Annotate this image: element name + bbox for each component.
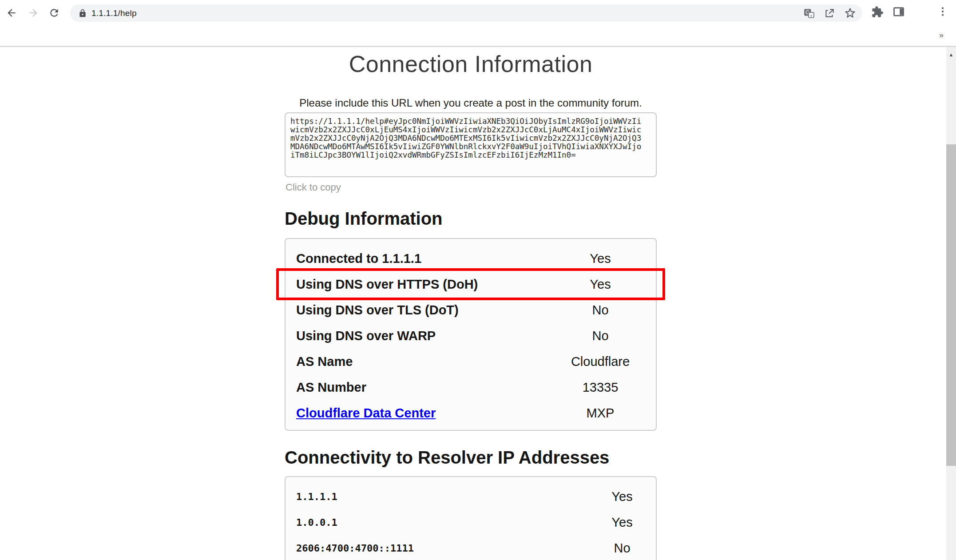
puzzle-icon (871, 6, 884, 18)
row-label: 1.0.0.1 (296, 517, 588, 528)
row-label: 2606:4700:4700::1111 (296, 543, 588, 554)
row-value: No (545, 329, 656, 343)
row-label: Connected to 1.1.1.1 (296, 251, 545, 266)
row-label: AS Number (296, 380, 545, 395)
table-row: AS Number13335 (286, 374, 656, 400)
row-value: Cloudflare (545, 354, 656, 369)
page-title: Connection Information (285, 51, 657, 77)
row-value: Yes (545, 277, 656, 292)
row-value: MXP (545, 406, 656, 421)
menu-button[interactable] (937, 6, 948, 17)
side-panel-icon (893, 6, 905, 18)
row-label: AS Name (296, 354, 545, 369)
share-url-box[interactable]: https://1.1.1.1/help#eyJpc0NmIjoiWWVzIiw… (285, 112, 657, 177)
back-button[interactable] (4, 6, 19, 20)
side-panel-button[interactable] (893, 6, 905, 18)
lock-icon[interactable] (78, 9, 87, 18)
three-dot-menu-icon (937, 6, 948, 17)
toolbar-divider (0, 46, 956, 47)
forum-instruction-text: Please include this URL when you create … (285, 97, 657, 109)
row-value: No (588, 541, 656, 556)
browser-window: 1.1.1.1/help G x (0, 0, 956, 560)
row-value: Yes (545, 251, 656, 266)
share-icon[interactable] (824, 8, 835, 19)
row-label: Using DNS over TLS (DoT) (296, 303, 545, 318)
row-value: 13335 (545, 380, 656, 395)
bookmarks-overflow-chevron[interactable]: » (933, 26, 949, 44)
browser-toolbar: 1.1.1.1/help G x (0, 0, 956, 46)
datacenter-link[interactable]: Cloudflare Data Center (296, 406, 545, 421)
table-row: 1.1.1.1Yes (286, 484, 656, 509)
table-row: Using DNS over HTTPS (DoH)Yes (286, 271, 656, 297)
share-url-text[interactable]: https://1.1.1.1/help#eyJpc0NmIjoiWWVzIiw… (290, 117, 651, 159)
debug-table: Connected to 1.1.1.1YesUsing DNS over HT… (285, 238, 657, 431)
row-value: No (545, 303, 656, 318)
row-value: Yes (588, 489, 656, 504)
table-row: AS NameCloudflare (286, 349, 656, 374)
url-text[interactable]: 1.1.1.1/help (91, 8, 137, 18)
table-row: 2606:4700:4700::1111No (286, 535, 656, 560)
reload-icon (48, 7, 60, 19)
resolver-table: 1.1.1.1Yes1.0.0.1Yes2606:4700:4700::1111… (285, 476, 657, 560)
address-bar[interactable]: 1.1.1.1/help G x (70, 4, 862, 22)
table-row: Connected to 1.1.1.1Yes (286, 246, 656, 271)
resolver-section-heading: Connectivity to Resolver IP Addresses (285, 448, 609, 468)
row-label: Using DNS over WARP (296, 329, 545, 343)
forward-arrow-icon (28, 7, 39, 19)
vertical-scrollbar[interactable]: ▲ (946, 47, 956, 560)
scrollbar-thumb[interactable] (946, 144, 956, 466)
table-row: Using DNS over WARPNo (286, 323, 656, 349)
forward-button[interactable] (26, 6, 40, 20)
debug-section-heading: Debug Information (285, 209, 443, 229)
click-to-copy-hint: Click to copy (286, 182, 341, 193)
table-row: Using DNS over TLS (DoT)No (286, 297, 656, 323)
svg-text:x: x (810, 12, 812, 17)
extensions-button[interactable] (871, 6, 884, 18)
table-row: 1.0.0.1Yes (286, 509, 656, 535)
translate-icon[interactable]: G x (803, 8, 815, 19)
row-label: 1.1.1.1 (296, 491, 588, 502)
scrollbar-up-arrow-icon[interactable]: ▲ (946, 50, 956, 60)
back-arrow-icon (6, 7, 17, 19)
reload-button[interactable] (47, 6, 61, 20)
bookmark-star-icon[interactable] (844, 7, 856, 19)
table-row: Cloudflare Data CenterMXP (286, 400, 656, 426)
row-value: Yes (588, 515, 656, 530)
row-label: Using DNS over HTTPS (DoH) (296, 277, 545, 292)
